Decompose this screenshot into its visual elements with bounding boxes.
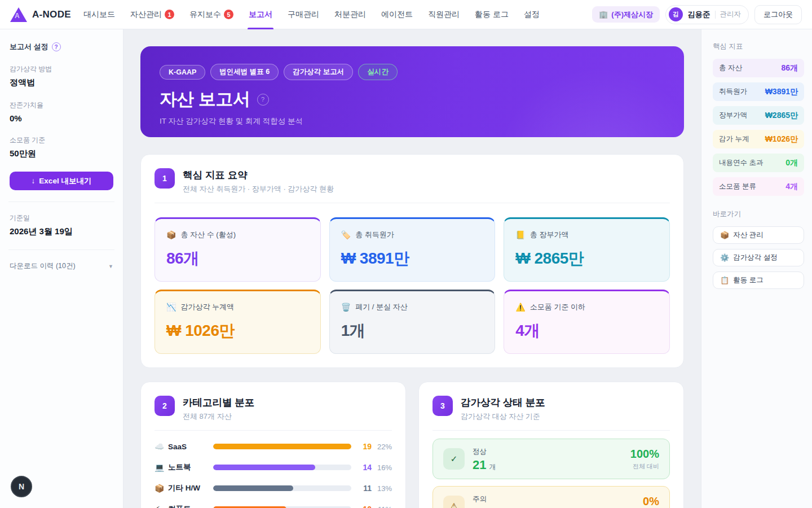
nav-item-dashboard[interactable]: 대시보드 (83, 0, 115, 29)
section-key-metrics: 1 핵심 지표 요약 전체 자산 취득원가 · 장부가액 · 감가상각 현황 📦… (140, 154, 684, 368)
section-category-distribution: 2 카테고리별 분포 전체 87개 자산 ☁️ SaaS 19 22% (140, 382, 406, 508)
category-row-compute: ⚡ 컴퓨트 10 11% (155, 505, 392, 508)
badge-depreciation-report: 감가상각 보고서 (284, 64, 353, 80)
metrics-heading: 핵심 지표 (713, 42, 804, 51)
nav-item-maintenance[interactable]: 유지보수5 (189, 0, 233, 29)
warning-icon: ⚠ (443, 496, 465, 508)
metric-consumable-class: 소모품 분류 4개 (713, 177, 804, 196)
package-icon: 📦 (720, 231, 729, 239)
bar-fill (213, 465, 315, 470)
section-number-badge: 1 (155, 168, 175, 189)
section-subtitle: 전체 87개 자산 (183, 411, 254, 422)
key-metrics-sidebar: 핵심 지표 총 자산 86개 취득원가 ₩3891만 장부가액 ₩2865만 감… (701, 29, 812, 508)
bar-fill (213, 485, 293, 491)
chart-down-icon: 📉 (166, 303, 176, 312)
package-icon: 📦 (166, 230, 176, 239)
nav-item-assets[interactable]: 자산관리1 (130, 0, 174, 29)
check-icon: ✓ (443, 448, 465, 470)
top-navbar: A-NODE 대시보드 자산관리1 유지보수5 보고서 구매관리 처분관리 에이… (0, 0, 812, 29)
logo-text: A-NODE (32, 9, 71, 20)
kpi-card-book-value: 📒총 장부가액 ₩ 2865만 (504, 217, 670, 282)
category-row-laptop: 💻 노트북 14 16% (155, 463, 392, 472)
shortcuts-heading: 바로가기 (713, 209, 804, 219)
kpi-card-below-consumable: ⚠️소모품 기준 이하 4개 (504, 290, 670, 354)
excel-export-button[interactable]: ↓ Excel 내보내기 (10, 172, 113, 190)
divider (433, 430, 670, 431)
page-subtitle: IT 자산 감가상각 현황 및 회계 적합성 분석 (160, 116, 665, 126)
metric-acquisition-cost: 취득원가 ₩3891만 (713, 82, 804, 101)
nav-item-purchasing[interactable]: 구매관리 (288, 0, 319, 29)
report-hero-banner: K-GAAP 법인세법 별표 6 감가상각 보고서 실시간 자산 보고서 ? I… (140, 46, 684, 137)
shortcut-depreciation-settings[interactable]: ⚙️ 감가상각 설정 (713, 249, 804, 266)
gear-icon: ⚙️ (720, 253, 729, 262)
kpi-card-accumulated-depreciation: 📉감가상각 누계액 ₩ 1026만 (155, 290, 321, 354)
bar-track (213, 465, 351, 470)
metric-total-assets: 총 자산 86개 (713, 59, 804, 77)
section-subtitle: 전체 자산 취득원가 · 장부가액 · 감가상각 현황 (183, 184, 334, 194)
status-card-normal: ✓ 정상 21 개 100% 전체 대비 (433, 439, 670, 479)
shortcut-activity-log[interactable]: 📋 활동 로그 (713, 271, 804, 289)
help-icon[interactable]: ? (52, 42, 61, 51)
setting-residual-rate: 잔존가치율 0% (10, 100, 113, 123)
nav-item-employees[interactable]: 직원관리 (428, 0, 460, 29)
company-name: (주)제삼시장 (611, 10, 653, 20)
logo-triangle-icon (10, 6, 27, 23)
app-root: A-NODE 대시보드 자산관리1 유지보수5 보고서 구매관리 처분관리 에이… (0, 0, 812, 508)
metric-accumulated-depreciation: 감가 누계 ₩1026만 (713, 130, 804, 148)
category-row-saas: ☁️ SaaS 19 22% (155, 442, 392, 451)
divider (715, 11, 716, 19)
building-icon: 🏢 (599, 10, 608, 19)
section-depreciation-status: 3 감가상각 상태 분포 감가상각 대상 자산 기준 ✓ 정상 21 개 (418, 382, 684, 508)
metric-book-value: 장부가액 ₩2865만 (713, 106, 804, 125)
download-history-toggle[interactable]: 다운로드 이력 (10건) ▼ (10, 261, 113, 271)
setting-depreciation-method: 감가상각 방법 정액법 (10, 64, 113, 88)
tag-icon: 🏷️ (341, 230, 351, 239)
warning-icon: ⚠️ (515, 303, 525, 312)
nav-item-settings[interactable]: 설정 (524, 0, 540, 29)
user-chip[interactable]: 김 김용준 관리자 (665, 5, 749, 24)
company-chip[interactable]: 🏢 (주)제삼시장 (592, 6, 660, 23)
section-number-badge: 2 (155, 396, 175, 416)
section-title: 카테고리별 분포 (183, 396, 254, 409)
status-card-warning: ⚠ 주의 0 개 0% 전체 대비 (433, 486, 670, 508)
page-title: 자산 보고서 (160, 87, 250, 111)
app-logo[interactable]: A-NODE (0, 6, 83, 23)
ledger-icon: 📒 (515, 230, 525, 239)
shortcut-asset-management[interactable]: 📦 자산 관리 (713, 226, 804, 244)
header-right-cluster: 🏢 (주)제삼시장 김 김용준 관리자 로그아웃 (592, 5, 812, 24)
main-nav: 대시보드 자산관리1 유지보수5 보고서 구매관리 처분관리 에이전트 직원관리… (83, 0, 540, 29)
divider (8, 249, 114, 250)
kpi-card-acquisition-cost: 🏷️총 취득원가 ₩ 3891만 (329, 217, 496, 282)
section-title: 핵심 지표 요약 (183, 168, 334, 182)
logout-button[interactable]: 로그아웃 (754, 5, 802, 24)
sidebar-title: 보고서 설정 (10, 42, 48, 52)
nav-item-reports[interactable]: 보고서 (249, 0, 272, 29)
base-date: 기준일 2026년 3월 19일 (10, 213, 113, 237)
kpi-card-total-assets: 📦총 자산 수 (활성) 86개 (155, 217, 321, 282)
nav-item-agent[interactable]: 에이전트 (381, 0, 413, 29)
main-content: K-GAAP 법인세법 별표 6 감가상각 보고서 실시간 자산 보고서 ? I… (123, 29, 701, 508)
metric-over-useful-life: 내용연수 초과 0개 (713, 154, 804, 172)
badge-kgaap: K-GAAP (160, 65, 205, 80)
badge-live: 실시간 (358, 64, 398, 80)
section-title: 감가상각 상태 분포 (461, 396, 545, 409)
bar-track (213, 444, 351, 449)
floating-n-button[interactable]: N (11, 476, 32, 497)
category-row-other-hw: 📦 기타 H/W 11 13% (155, 484, 392, 493)
badge-corp-tax: 법인세법 별표 6 (210, 64, 279, 80)
divider (155, 203, 670, 203)
user-role: 관리자 (720, 10, 742, 19)
chevron-down-icon: ▼ (108, 264, 113, 269)
title-help-icon[interactable]: ? (257, 94, 269, 106)
nav-item-disposal[interactable]: 처분관리 (334, 0, 366, 29)
cloud-icon: ☁️ (155, 442, 168, 451)
user-name: 김용준 (687, 10, 710, 20)
bar-track (213, 485, 351, 491)
nav-item-activity-log[interactable]: 활동 로그 (475, 0, 509, 29)
download-icon: ↓ (32, 177, 36, 185)
assets-badge: 1 (165, 10, 174, 19)
laptop-icon: 💻 (155, 463, 168, 472)
avatar: 김 (669, 7, 683, 21)
lightning-icon: ⚡ (155, 505, 168, 508)
divider (8, 202, 114, 202)
